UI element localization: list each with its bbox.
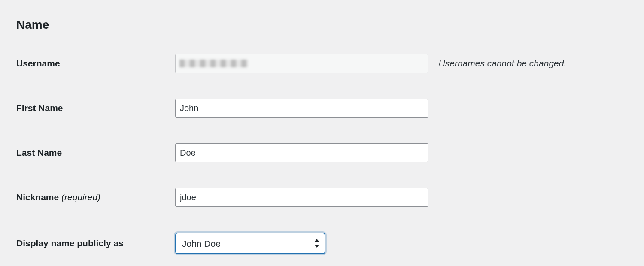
row-username: Username Usernames cannot be changed. [16, 54, 628, 99]
username-note: Usernames cannot be changed. [439, 58, 567, 68]
redacted-username-icon [179, 60, 248, 67]
label-nickname-required: (required) [61, 192, 100, 202]
row-nickname: Nickname (required) [16, 188, 628, 233]
section-title-name: Name [16, 18, 628, 32]
nickname-field[interactable] [175, 188, 428, 207]
label-last-name: Last Name [16, 148, 62, 157]
label-nickname-text: Nickname [16, 192, 59, 202]
row-first-name: First Name [16, 99, 628, 143]
name-form-table: Username Usernames cannot be changed. Fi… [16, 54, 628, 266]
label-nickname: Nickname (required) [16, 192, 100, 202]
label-display-name: Display name publicly as [16, 238, 124, 248]
first-name-field[interactable] [175, 99, 428, 118]
display-name-select[interactable]: John Doe [175, 233, 325, 254]
row-display-name: Display name publicly as John Doe [16, 233, 628, 266]
label-username: Username [16, 58, 60, 68]
label-first-name: First Name [16, 103, 63, 113]
row-last-name: Last Name [16, 143, 628, 188]
last-name-field[interactable] [175, 143, 428, 162]
